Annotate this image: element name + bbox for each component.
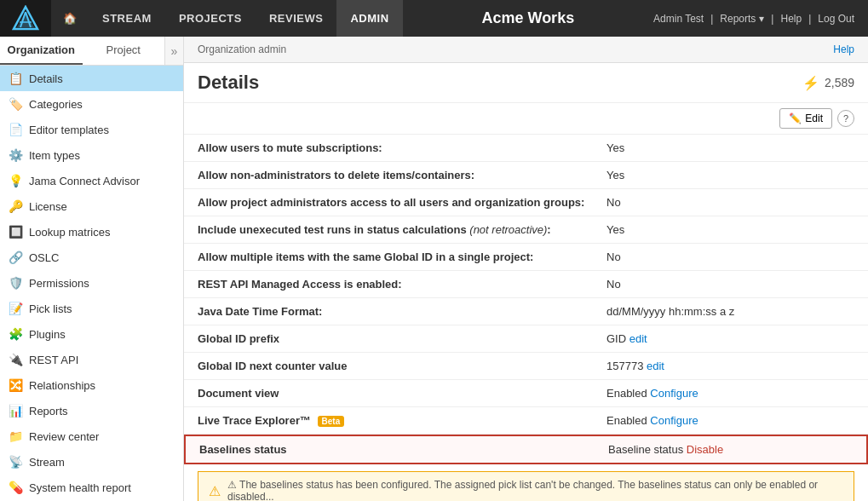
table-row: Include unexecuted test runs in status c… (184, 216, 868, 244)
logo[interactable] (0, 0, 51, 37)
sidebar-item-label: License (29, 200, 67, 213)
nav-reviews[interactable]: REVIEWS (256, 0, 336, 37)
global-id-prefix-edit-link[interactable]: edit (629, 332, 647, 345)
sidebar-collapse-btn[interactable]: » (164, 37, 183, 65)
sidebar-item-label: Jama Connect Advisor (29, 175, 140, 187)
user-label[interactable]: Admin Test (653, 13, 704, 25)
row-label: Allow multiple items with the same Globa… (198, 250, 606, 263)
table-row: Java Date Time Format: dd/MM/yyyy hh:mm:… (184, 298, 868, 325)
sidebar-item-label: Categories (29, 98, 83, 111)
row-label: Java Date Time Format: (198, 305, 606, 318)
beta-badge: Beta (318, 416, 345, 427)
row-label: REST API Managed Access is enabled: (198, 278, 606, 291)
sidebar-item-review-center[interactable]: 📁 Review center (0, 423, 183, 449)
sidebar-item-details[interactable]: 📋 Details (0, 66, 183, 91)
row-value: Yes (606, 223, 854, 236)
nav-admin[interactable]: ADMIN (336, 0, 402, 37)
row-label: Document view (198, 387, 606, 400)
help-link[interactable]: Help (780, 13, 802, 25)
license-icon: 🔑 (9, 199, 22, 213)
table-row: Global ID next counter value 157773 edit (184, 353, 868, 380)
pulse-icon: ⚡ (802, 75, 819, 91)
tab-project[interactable]: Project (83, 37, 165, 65)
reports-icon: 📊 (9, 404, 22, 418)
sidebar-item-label: OSLC (29, 251, 59, 264)
document-view-configure-link[interactable]: Configure (650, 387, 698, 400)
nav-stream[interactable]: STREAM (89, 0, 165, 37)
logout-link[interactable]: Log Out (818, 13, 854, 25)
row-value: Yes (606, 141, 854, 154)
edit-button[interactable]: ✏️ Edit (779, 108, 832, 129)
review-center-icon: 📁 (9, 429, 22, 443)
row-label: Baselines status (199, 443, 608, 456)
row-label: Include unexecuted test runs in status c… (198, 223, 606, 236)
sidebar-item-pick-lists[interactable]: 📝 Pick lists (0, 296, 183, 321)
app-title: Acme Works (403, 9, 654, 27)
warning-text: ⚠ The baselines status has been configur… (227, 479, 843, 501)
global-id-counter-edit-link[interactable]: edit (647, 360, 664, 372)
sidebar-item-permissions[interactable]: 🛡️ Permissions (0, 270, 183, 296)
table-row: Allow users to mute subscriptions: Yes (184, 135, 868, 162)
sidebar-item-system-health[interactable]: 💊 System health report (0, 475, 183, 500)
sidebar-item-categories[interactable]: 🏷️ Categories (0, 91, 183, 117)
table-row: Document view Enabled Configure (184, 380, 868, 407)
row-value: GID edit (606, 332, 854, 345)
sidebar-item-jama-advisor[interactable]: 💡 Jama Connect Advisor (0, 168, 183, 193)
rest-api-icon: 🔌 (9, 353, 22, 366)
row-label: Live Trace Explorer™ Beta (198, 414, 606, 427)
sidebar-item-lookup-matrices[interactable]: 🔲 Lookup matrices (0, 219, 183, 245)
nav-projects[interactable]: PROJECTS (165, 0, 256, 37)
edit-bar: ✏️ Edit ? (184, 103, 868, 135)
table-row: Allow multiple items with the same Globa… (184, 244, 868, 271)
sidebar-item-editor-templates[interactable]: 📄 Editor templates (0, 117, 183, 142)
table-row: Allow non-administrators to delete items… (184, 162, 868, 189)
help-icon-button[interactable]: ? (837, 110, 854, 127)
sidebar-item-plugins[interactable]: 🧩 Plugins (0, 321, 183, 347)
warning-icon: ⚠ (209, 483, 221, 499)
row-value: No (606, 196, 854, 209)
row-value: Enabled Configure (606, 387, 854, 400)
live-trace-configure-link[interactable]: Configure (650, 414, 698, 427)
sidebar-item-label: Relationships (29, 379, 95, 392)
health-icon: 💊 (9, 481, 22, 494)
tab-organization[interactable]: Organization (0, 37, 83, 65)
content-help-link[interactable]: Help (833, 43, 854, 55)
details-table: Allow users to mute subscriptions: Yes A… (184, 135, 868, 464)
sidebar-item-license[interactable]: 🔑 License (0, 193, 183, 219)
sidebar-item-oslc[interactable]: 🔗 OSLC (0, 245, 183, 270)
sidebar-item-label: Pick lists (29, 302, 72, 315)
row-label: Global ID next counter value (198, 360, 606, 372)
advisor-icon: 💡 (9, 174, 22, 187)
sidebar-item-label: Item types (29, 149, 80, 162)
row-label: Global ID prefix (198, 332, 606, 345)
sidebar-item-item-types[interactable]: ⚙️ Item types (0, 142, 183, 168)
sidebar-item-label: Stream (29, 456, 65, 469)
sidebar: Organization Project » 📋 Details 🏷️ Cate… (0, 37, 184, 501)
reports-link[interactable]: Reports (720, 13, 756, 25)
breadcrumb: Organization admin (198, 43, 286, 55)
categories-icon: 🏷️ (9, 97, 22, 111)
baselines-row: Baselines status Baseline status Disable (184, 435, 868, 464)
table-row: Allow project administrators access to a… (184, 189, 868, 216)
sidebar-item-relationships[interactable]: 🔀 Relationships (0, 372, 183, 398)
row-label: Allow non-administrators to delete items… (198, 169, 606, 181)
oslc-icon: 🔗 (9, 250, 22, 264)
pulse-badge: ⚡ 2,589 (802, 75, 854, 91)
baselines-disable-link[interactable]: Disable (687, 443, 723, 456)
table-row: Live Trace Explorer™ Beta Enabled Config… (184, 407, 868, 435)
row-value: No (606, 278, 854, 291)
sidebar-item-rest-api[interactable]: 🔌 REST API (0, 347, 183, 372)
row-label: Allow project administrators access to a… (198, 196, 606, 209)
row-value: No (606, 250, 854, 263)
home-icon[interactable]: 🏠 (51, 0, 89, 37)
content-title-bar: Details ⚡ 2,589 (184, 63, 868, 103)
sidebar-item-reports[interactable]: 📊 Reports (0, 398, 183, 423)
sidebar-item-label: Review center (29, 430, 99, 443)
row-value: 157773 edit (606, 360, 854, 372)
page-title: Details (198, 72, 259, 94)
user-actions: Admin Test | Reports ▾ | Help | Log Out (653, 13, 868, 25)
sidebar-item-stream[interactable]: 📡 Stream (0, 449, 183, 475)
content-header: Organization admin Help (184, 37, 868, 63)
sidebar-item-label: Reports (29, 405, 68, 418)
top-nav: 🏠 STREAM PROJECTS REVIEWS ADMIN Acme Wor… (0, 0, 868, 37)
